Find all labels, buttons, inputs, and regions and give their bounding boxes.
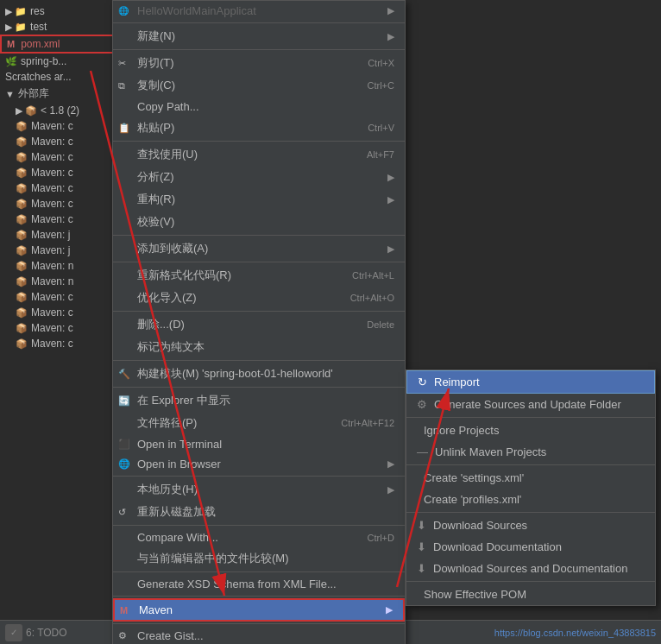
menu-item-show-explorer[interactable]: 🔄 在 Explorer 中显示 <box>113 389 405 412</box>
package-icon: 📦 <box>16 292 28 303</box>
generate-icon: ⚙ <box>417 398 427 411</box>
tree-item-maven-j2[interactable]: 📦 Maven: j <box>0 243 116 258</box>
package-icon: 📦 <box>16 152 28 163</box>
menu-item-new[interactable]: 新建(N) ▶ <box>113 25 405 47</box>
menu-item-file-path[interactable]: 文件路径(P) Ctrl+Alt+F12 <box>113 412 405 434</box>
menu-item-delete[interactable]: 删除...(D) Delete <box>113 313 405 336</box>
menu-item-local-history[interactable]: 本地历史(H) ▶ <box>113 478 405 501</box>
menu-item-paste[interactable]: 📋 粘贴(P) Ctrl+V <box>113 117 405 139</box>
submenu-item-unlink-maven[interactable]: — Unlink Maven Projects <box>406 441 655 463</box>
menu-item-reload[interactable]: ↺ 重新从磁盘加载 <box>113 501 405 523</box>
menu-divider-2 <box>113 49 405 50</box>
submenu-item-reimport[interactable]: ↻ Reimport <box>406 370 655 394</box>
tree-item-test[interactable]: ▶ 📁 test <box>0 19 116 35</box>
package-icon: 📦 <box>16 230 28 241</box>
menu-item-validate[interactable]: 校验(V) <box>113 211 405 233</box>
todo-item[interactable]: ✓ 6: TODO <box>5 624 67 641</box>
tree-item-maven-5[interactable]: 📦 Maven: c <box>0 180 116 196</box>
submenu-item-download-all[interactable]: ⬇ Download Sources and Documentation <box>406 558 655 579</box>
menu-divider-9 <box>113 476 405 477</box>
menu-item-open-browser[interactable]: 🌐 Open in Browser ▶ <box>113 454 405 474</box>
package-icon: 📦 <box>16 121 28 132</box>
folder-icon: ▶ 📁 <box>5 6 27 17</box>
todo-icon: ✓ <box>5 624 22 641</box>
menu-item-reformat[interactable]: 重新格式化代码(R) Ctrl+Alt+L <box>113 264 405 287</box>
menu-item-build-module[interactable]: 🔨 构建模块(M) 'spring-boot-01-helloworld' <box>113 363 405 385</box>
menu-divider-8 <box>113 387 405 388</box>
tree-item-maven-n1[interactable]: 📦 Maven: n <box>0 258 116 274</box>
menu-item-copy-path[interactable]: Copy Path... <box>113 97 405 117</box>
folder-icon: ▶ 📁 <box>5 22 27 33</box>
submenu-item-ignore-projects[interactable]: Ignore Projects <box>406 420 655 441</box>
tree-item-spring[interactable]: 🌿 spring-b... <box>0 54 116 69</box>
package-icon: 📦 <box>16 323 28 334</box>
package-icon: 📦 <box>16 167 28 179</box>
tree-item-jdk[interactable]: ▶ 📦 < 1.8 (2) <box>0 103 116 118</box>
submenu-item-download-docs[interactable]: ⬇ Download Documentation <box>406 536 655 558</box>
submenu-item-generate-sources[interactable]: ⚙ Generate Sources and Update Folder <box>406 394 655 415</box>
menu-item-create-gist[interactable]: ⚙ Create Gist... <box>113 626 405 644</box>
menu-item-open-terminal[interactable]: ⬛ Open in Terminal <box>113 434 405 454</box>
package-icon: 📦 <box>16 261 28 272</box>
tree-item-maven-c4[interactable]: 📦 Maven: c <box>0 336 116 351</box>
package-icon: 📦 <box>16 136 28 148</box>
menu-item-generate-xsd[interactable]: Generate XSD Schema from XML File... <box>113 574 405 594</box>
menu-divider-5 <box>113 262 405 262</box>
maven-logo-icon: M <box>120 605 128 616</box>
cut-icon: ✂ <box>118 58 126 69</box>
tree-item-maven-3[interactable]: 📦 Maven: c <box>0 149 116 165</box>
menu-item-add-favorites[interactable]: 添加到收藏(A) ▶ <box>113 237 405 260</box>
maven-icon: M <box>7 39 15 49</box>
tree-item-res[interactable]: ▶ 📁 res <box>0 3 116 19</box>
arrow-icon: ▶ <box>387 458 394 470</box>
download-all-icon: ⬇ <box>417 562 426 575</box>
menu-item-copy[interactable]: ⧉ 复制(C) Ctrl+C <box>113 74 405 97</box>
menu-item-analyze[interactable]: 分析(Z) ▶ <box>113 166 405 188</box>
tree-item-maven-2[interactable]: 📦 Maven: c <box>0 134 116 149</box>
submenu-divider-3 <box>406 512 655 513</box>
tree-item-maven-c3[interactable]: 📦 Maven: c <box>0 320 116 336</box>
package-icon: 📦 <box>16 307 28 319</box>
arrow-icon: ▶ <box>387 172 394 183</box>
menu-item-compare-editor[interactable]: 与当前编辑器中的文件比较(M) <box>113 547 405 570</box>
submenu-item-download-sources[interactable]: ⬇ Download Sources <box>406 515 655 536</box>
submenu-item-create-settings[interactable]: Create 'settings.xml' <box>406 467 655 489</box>
package-icon: 📦 <box>16 199 28 210</box>
package-icon: 📦 <box>16 245 28 256</box>
menu-item-refactor[interactable]: 重构(R) ▶ <box>113 188 405 211</box>
submenu-item-create-profiles[interactable]: Create 'profiles.xml' <box>406 489 655 510</box>
menu-item-maven[interactable]: M Maven ▶ <box>113 598 405 622</box>
arrow-icon: ▶ <box>387 194 394 205</box>
reload-icon: ↺ <box>118 507 126 518</box>
submenu-item-show-pom[interactable]: Show Effective POM <box>406 584 655 605</box>
menu-divider-6 <box>113 311 405 312</box>
arrow-icon: ▶ <box>387 484 394 496</box>
package-icon: 📦 <box>16 183 28 194</box>
menu-item-compare[interactable]: Compare With... Ctrl+D <box>113 527 405 547</box>
menu-item-optimize[interactable]: 优化导入(Z) Ctrl+Alt+O <box>113 287 405 309</box>
tree-item-scratches[interactable]: Scratches ar... <box>0 69 116 85</box>
tree-item-maven-c2[interactable]: 📦 Maven: c <box>0 305 116 320</box>
menu-divider-4 <box>113 235 405 236</box>
menu-divider-12 <box>113 596 405 597</box>
header-icon: 🌐 <box>118 6 129 16</box>
file-tree: ▶ 📁 res ▶ 📁 test M pom.xml 🌿 spring-b...… <box>0 0 116 644</box>
tree-item-maven-1[interactable]: 📦 Maven: c <box>0 118 116 134</box>
tree-item-pom[interactable]: M pom.xml <box>0 35 116 54</box>
tree-item-maven-7[interactable]: 📦 Maven: c <box>0 212 116 227</box>
tree-item-maven-6[interactable]: 📦 Maven: c <box>0 196 116 212</box>
menu-item-mark-plain[interactable]: 标记为纯文本 <box>113 336 405 358</box>
menu-item-find-usages[interactable]: 查找使用(U) Alt+F7 <box>113 143 405 166</box>
package-icon: 📦 <box>16 214 28 225</box>
tree-item-maven-c1[interactable]: 📦 Maven: c <box>0 289 116 305</box>
package-icon: ▶ 📦 <box>16 105 37 117</box>
submenu-divider-2 <box>406 464 655 465</box>
tree-item-maven-4[interactable]: 📦 Maven: c <box>0 165 116 180</box>
tree-item-maven-j1[interactable]: 📦 Maven: j <box>0 227 116 243</box>
tree-item-external-libs[interactable]: ▼ 外部库 <box>0 85 116 103</box>
tree-item-maven-n2[interactable]: 📦 Maven: n <box>0 274 116 289</box>
arrow-icon: ▶ <box>387 243 394 255</box>
menu-item-cut[interactable]: ✂ 剪切(T) Ctrl+X <box>113 52 405 74</box>
arrow-icon: ▶ <box>386 604 393 616</box>
reimport-icon: ↻ <box>418 376 427 388</box>
